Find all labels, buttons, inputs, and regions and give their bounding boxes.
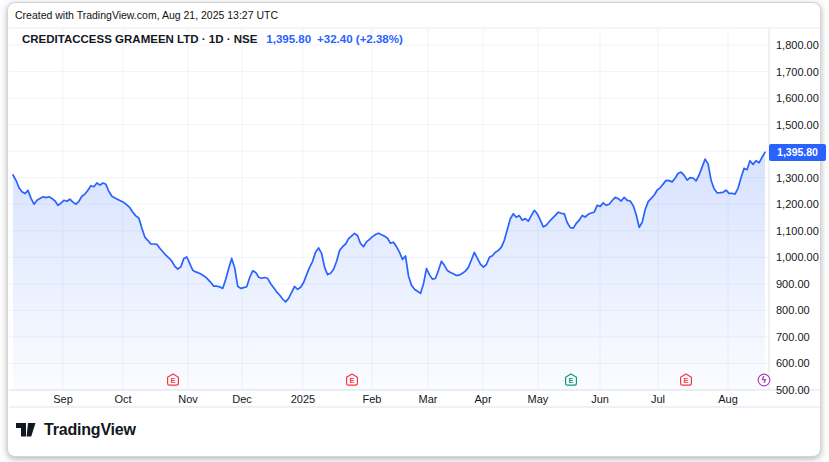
price-tick-label: 1,800.00 (776, 38, 822, 52)
time-tick-label: Apr (474, 392, 491, 406)
time-tick-label: 2025 (291, 392, 315, 406)
area-fill (13, 152, 765, 390)
tradingview-logo-icon[interactable] (16, 423, 36, 437)
svg-text:E: E (684, 376, 689, 385)
price-tick-label: 1,500.00 (776, 118, 822, 132)
price-tick-label: 1,700.00 (776, 65, 822, 79)
time-tick-label: Oct (114, 392, 131, 406)
time-tick-label: Jul (651, 392, 665, 406)
price-tick-label: 500.00 (776, 383, 822, 397)
tradingview-wordmark[interactable]: TradingView (44, 421, 136, 439)
svg-text:E: E (349, 376, 354, 385)
time-tick-label: Jun (591, 392, 609, 406)
earnings-marker-icon[interactable]: E (166, 373, 180, 387)
time-tick-label: Feb (363, 392, 382, 406)
price-tick-label: 800.00 (776, 303, 822, 317)
price-tick-label: 1,100.00 (776, 224, 822, 238)
price-tick-label: 700.00 (776, 330, 822, 344)
svg-text:ϟ: ϟ (761, 374, 767, 385)
time-tick-label: Dec (232, 392, 252, 406)
time-tick-label: May (528, 392, 549, 406)
time-tick-label: Mar (419, 392, 438, 406)
attribution-text: Created with TradingView.com, Aug 21, 20… (15, 9, 278, 21)
time-tick-label: Sep (53, 392, 73, 406)
time-tick-label: Aug (718, 392, 738, 406)
symbol-legend: CREDITACCESS GRAMEEN LTD · 1D · NSE1,395… (22, 33, 403, 45)
price-tick-label: 1,600.00 (776, 91, 822, 105)
price-change-value: +32.40 (+2.38%) (317, 33, 403, 45)
earnings-marker-icon[interactable]: E (564, 373, 578, 387)
earnings-marker-icon[interactable]: E (345, 373, 359, 387)
price-tick-label: 1,300.00 (776, 171, 822, 185)
price-tick-label: 1,000.00 (776, 250, 822, 264)
footer: TradingView (16, 421, 136, 439)
price-tick-label: 1,200.00 (776, 197, 822, 211)
price-tick-label: 600.00 (776, 356, 822, 370)
time-tick-label: Nov (178, 392, 198, 406)
last-price-label: 1,395.80 (769, 144, 826, 161)
split-marker-icon[interactable]: ϟ (757, 373, 771, 387)
svg-text:E: E (568, 376, 573, 385)
last-price-value: 1,395.80 (266, 33, 311, 45)
tradingview-snapshot: Created with TradingView.com, Aug 21, 20… (0, 0, 829, 462)
earnings-marker-icon[interactable]: E (679, 373, 693, 387)
price-tick-label: 900.00 (776, 277, 822, 291)
svg-text:E: E (171, 376, 176, 385)
symbol-title[interactable]: CREDITACCESS GRAMEEN LTD · 1D · NSE (22, 33, 257, 45)
